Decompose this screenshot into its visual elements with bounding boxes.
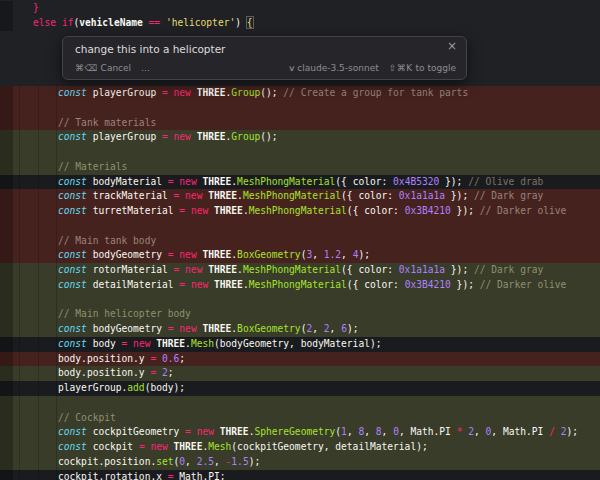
code-line[interactable] <box>0 145 600 160</box>
code-line[interactable]: cockpit.position.set(0, 2.5, -1.5); <box>0 455 600 470</box>
code-line[interactable]: const rotorMaterial = new THREE.MeshPhon… <box>0 263 600 278</box>
code-line[interactable]: const body = new THREE.Mesh(bodyGeometry… <box>0 337 600 352</box>
code-line[interactable] <box>0 219 600 234</box>
code-line[interactable]: const cockpitGeometry = new THREE.Sphere… <box>0 425 600 440</box>
code-line[interactable]: const bodyGeometry = new THREE.BoxGeomet… <box>0 322 600 337</box>
cancel-button[interactable]: ⌘⌫ Cancel <box>75 63 131 73</box>
toggle-hint[interactable]: ⇧⌘K to toggle <box>389 63 456 73</box>
chevron-down-icon: ∨ <box>288 64 296 73</box>
code-line[interactable]: const bodyMaterial = new THREE.MeshPhong… <box>0 175 600 190</box>
close-icon[interactable]: × <box>447 40 457 52</box>
code-line[interactable] <box>0 396 600 411</box>
code-line[interactable]: const playerGroup = new THREE.Group(); /… <box>0 86 600 101</box>
code-line[interactable]: // Main helicopter body <box>0 307 600 322</box>
model-label: claude-3.5-sonnet <box>297 63 378 73</box>
model-selector[interactable]: ∨claude-3.5-sonnet <box>289 63 379 73</box>
shift-cmd-k-shortcut: ⇧⌘K <box>389 63 413 73</box>
inline-edit-input[interactable]: change this into a helicopter <box>75 43 436 55</box>
cmd-backspace-shortcut: ⌘⌫ <box>75 63 98 73</box>
code-line[interactable]: // Cockpit <box>0 411 600 426</box>
code-line[interactable]: playerGroup.add(body); <box>0 381 600 396</box>
code-line[interactable]: // Main tank body <box>0 234 600 249</box>
code-line[interactable]: const cockpit = new THREE.Mesh(cockpitGe… <box>0 440 600 455</box>
code-line[interactable]: // Materials <box>0 160 600 175</box>
code-line[interactable]: else if(vehicleName == 'helicopter') { <box>0 16 600 31</box>
code-line[interactable] <box>0 293 600 308</box>
code-line[interactable]: cockpit.rotation.x = Math.PI; <box>0 470 600 480</box>
cancel-label: Cancel <box>101 63 132 73</box>
code-line[interactable]: body.position.y = 2; <box>0 366 600 381</box>
more-options-button[interactable]: … <box>141 63 150 73</box>
code-line[interactable]: } <box>0 1 600 16</box>
code-line[interactable]: body.position.y = 0.6; <box>0 352 600 367</box>
code-line[interactable] <box>0 101 600 116</box>
code-line[interactable]: const detailMaterial = new THREE.MeshPho… <box>0 278 600 293</box>
toggle-label: to toggle <box>416 63 456 73</box>
code-line[interactable]: const trackMaterial = new THREE.MeshPhon… <box>0 189 600 204</box>
code-line[interactable]: const playerGroup = new THREE.Group(); <box>0 130 600 145</box>
code-line[interactable]: const turretMaterial = new THREE.MeshPho… <box>0 204 600 219</box>
inline-edit-widget: change this into a helicopter × ⌘⌫ Cance… <box>62 36 467 80</box>
code-line[interactable]: // Tank materials <box>0 116 600 131</box>
code-line[interactable]: const bodyGeometry = new THREE.BoxGeomet… <box>0 248 600 263</box>
